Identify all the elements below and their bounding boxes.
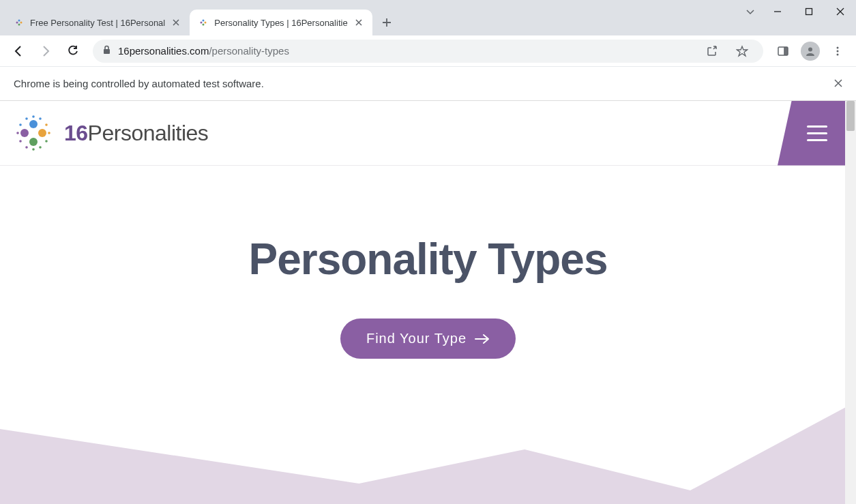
- svg-rect-12: [784, 47, 788, 55]
- bookmark-icon[interactable]: [730, 40, 754, 63]
- maximize-button[interactable]: [793, 0, 825, 23]
- kebab-menu-icon[interactable]: [826, 40, 849, 63]
- svg-point-27: [32, 148, 35, 151]
- tab-inactive[interactable]: Free Personality Test | 16Personal: [5, 10, 190, 35]
- svg-point-29: [19, 140, 22, 143]
- svg-point-19: [29, 138, 38, 146]
- svg-point-32: [25, 117, 28, 120]
- new-tab-button[interactable]: [377, 12, 397, 33]
- svg-point-0: [18, 20, 20, 22]
- tab-search-icon[interactable]: [739, 0, 762, 23]
- address-bar[interactable]: 16personalities.com/personality-types: [93, 40, 763, 63]
- logo-prefix: 16: [64, 121, 88, 145]
- minimize-button[interactable]: [762, 0, 793, 23]
- svg-point-4: [203, 20, 205, 22]
- reload-button[interactable]: [61, 40, 85, 63]
- site-header: 16Personalities: [0, 101, 856, 166]
- logo-mark-icon: [12, 112, 55, 154]
- svg-point-31: [19, 123, 22, 126]
- arrow-right-icon: [475, 333, 490, 344]
- url-domain: 16personalities.com: [118, 45, 209, 57]
- browser-toolbar: 16personalities.com/personality-types: [0, 35, 856, 67]
- logo-text: 16Personalities: [64, 121, 208, 146]
- svg-point-1: [20, 22, 23, 24]
- svg-point-23: [45, 123, 48, 126]
- close-window-button[interactable]: [825, 0, 856, 23]
- scrollbar-thumb[interactable]: [846, 101, 855, 131]
- profile-button[interactable]: [799, 40, 822, 63]
- svg-point-17: [29, 120, 38, 128]
- svg-rect-8: [806, 9, 812, 15]
- page-title: Personality Types: [0, 234, 856, 284]
- back-button[interactable]: [7, 40, 30, 63]
- lock-icon: [102, 45, 111, 57]
- svg-point-20: [20, 129, 29, 137]
- svg-point-28: [25, 146, 28, 149]
- svg-point-26: [39, 146, 42, 149]
- hamburger-icon: [807, 125, 827, 141]
- tab-title: Personality Types | 16Personalitie: [214, 18, 347, 28]
- favicon-icon: [14, 17, 25, 28]
- find-your-type-button[interactable]: Find Your Type: [340, 318, 516, 359]
- svg-point-22: [39, 117, 42, 120]
- avatar-icon: [801, 42, 820, 61]
- infobar-close-icon[interactable]: [834, 78, 842, 89]
- svg-point-25: [45, 140, 48, 143]
- svg-point-16: [837, 53, 839, 55]
- url-path: /personality-types: [209, 45, 289, 57]
- svg-point-14: [837, 46, 839, 48]
- hero-section: Personality Types Find Your Type: [0, 166, 856, 359]
- svg-point-2: [18, 24, 20, 26]
- share-icon[interactable]: [700, 40, 724, 63]
- close-icon[interactable]: [353, 17, 364, 28]
- svg-point-24: [48, 132, 50, 134]
- browser-tab-strip: Free Personality Test | 16Personal Perso…: [0, 0, 856, 35]
- scrollbar[interactable]: [845, 101, 856, 504]
- tab-title: Free Personality Test | 16Personal: [30, 18, 165, 28]
- svg-point-30: [16, 132, 19, 134]
- menu-button[interactable]: [778, 101, 856, 166]
- svg-point-15: [837, 50, 839, 52]
- window-controls: [739, 0, 856, 27]
- site-logo[interactable]: 16Personalities: [0, 112, 208, 154]
- svg-point-6: [203, 24, 205, 26]
- wave-decoration: [0, 388, 856, 504]
- favicon-icon: [198, 17, 209, 28]
- page-content: 16Personalities Personality Types Find Y…: [0, 101, 856, 504]
- logo-suffix: Personalities: [88, 121, 209, 145]
- infobar-message: Chrome is being controlled by automated …: [14, 78, 264, 89]
- svg-point-7: [201, 22, 203, 24]
- url-text: 16personalities.com/personality-types: [118, 45, 694, 57]
- side-panel-icon[interactable]: [771, 40, 795, 63]
- tabs-row: Free Personality Test | 16Personal Perso…: [5, 0, 851, 35]
- automation-infobar: Chrome is being controlled by automated …: [0, 67, 856, 101]
- svg-point-3: [16, 22, 18, 24]
- svg-point-18: [38, 129, 46, 137]
- svg-point-13: [808, 47, 812, 51]
- svg-rect-9: [104, 49, 110, 54]
- close-icon[interactable]: [171, 17, 181, 28]
- svg-point-21: [32, 115, 35, 118]
- tab-active[interactable]: Personality Types | 16Personalitie: [190, 10, 372, 35]
- cta-label: Find Your Type: [366, 331, 467, 346]
- forward-button[interactable]: [34, 40, 57, 63]
- svg-point-5: [205, 22, 207, 24]
